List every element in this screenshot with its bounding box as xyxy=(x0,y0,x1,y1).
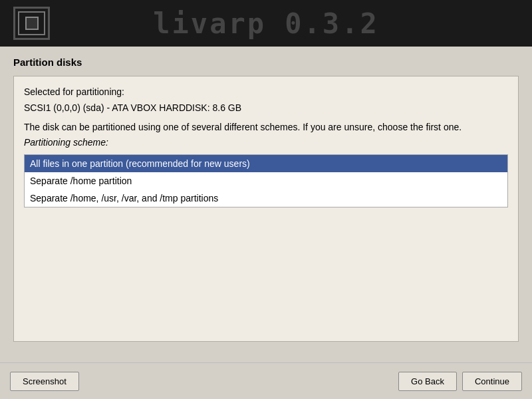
continue-button[interactable]: Continue xyxy=(462,372,522,391)
logo xyxy=(13,7,50,40)
partition-scheme-list[interactable]: All files in one partition (recommended … xyxy=(24,154,508,207)
selected-label: Selected for partitioning: xyxy=(24,86,508,97)
go-back-button[interactable]: Go Back xyxy=(398,372,457,391)
footer-right-buttons: Go Back Continue xyxy=(398,372,522,391)
partition-option-2[interactable]: Separate /home partition xyxy=(25,172,507,190)
footer: Screenshot Go Back Continue xyxy=(0,362,532,399)
disk-info: SCSI1 (0,0,0) (sda) - ATA VBOX HARDDISK:… xyxy=(24,102,508,113)
panel: Selected for partitioning: SCSI1 (0,0,0)… xyxy=(13,76,519,342)
app-title: livarp 0.3.2 xyxy=(50,7,482,40)
scheme-label: Partitioning scheme: xyxy=(24,137,508,148)
page-title: Partition disks xyxy=(13,57,519,68)
partition-option-3[interactable]: Separate /home, /usr, /var, and /tmp par… xyxy=(25,190,507,207)
screenshot-button[interactable]: Screenshot xyxy=(10,372,79,391)
description: The disk can be partitioned using one of… xyxy=(24,121,508,134)
partition-option-1[interactable]: All files in one partition (recommended … xyxy=(25,155,507,172)
main-content: Partition disks Selected for partitionin… xyxy=(0,47,532,352)
header: livarp 0.3.2 xyxy=(0,0,532,47)
logo-inner xyxy=(25,17,39,30)
